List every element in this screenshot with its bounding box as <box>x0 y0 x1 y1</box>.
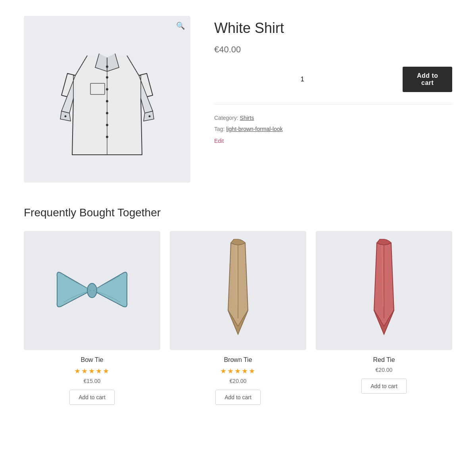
zoom-icon[interactable]: 🔍 <box>176 21 185 30</box>
add-to-cart-row: Add to cart <box>214 67 452 92</box>
bow-tie-name: Bow Tie <box>81 356 104 364</box>
product-image <box>56 32 159 167</box>
fbt-card-bow-tie: Bow Tie ★★★★★ €15.00 Add to cart <box>24 231 160 405</box>
brown-tie-add-to-cart-button[interactable]: Add to cart <box>215 390 261 405</box>
product-meta: Category: Shirts Tag: light-brown-formal… <box>214 112 452 135</box>
bow-tie-add-to-cart-button[interactable]: Add to cart <box>69 390 115 405</box>
svg-point-7 <box>106 65 108 68</box>
brown-tie-name: Brown Tie <box>224 356 252 364</box>
product-section: 🔍 <box>24 16 452 183</box>
red-tie-image-container <box>316 231 452 350</box>
red-tie-image <box>360 239 408 342</box>
brown-tie-image-container <box>170 231 306 350</box>
bow-tie-image <box>52 265 132 316</box>
bow-tie-price: €15.00 <box>84 378 101 384</box>
svg-point-4 <box>106 112 108 114</box>
red-tie-add-to-cart-button[interactable]: Add to cart <box>361 379 407 394</box>
red-tie-name: Red Tie <box>373 356 395 364</box>
svg-point-10 <box>149 115 151 117</box>
tag-link[interactable]: light-brown-formal-look <box>226 126 282 132</box>
svg-point-1 <box>106 76 108 79</box>
svg-point-13 <box>87 283 97 298</box>
red-tie-price: €20.00 <box>376 367 393 373</box>
bow-tie-image-container <box>24 231 160 350</box>
fbt-card-red-tie: Red Tie €20.00 Add to cart <box>316 231 452 405</box>
svg-point-6 <box>106 136 108 138</box>
fbt-section: Frequently Bought Together <box>24 206 452 405</box>
svg-point-2 <box>106 88 108 90</box>
quantity-input[interactable] <box>214 73 396 86</box>
bow-tie-stars: ★★★★★ <box>74 367 110 375</box>
brown-tie-image <box>214 239 262 342</box>
add-to-cart-button[interactable]: Add to cart <box>403 67 452 92</box>
category-label: Category: <box>214 115 238 121</box>
product-price: €40.00 <box>214 44 452 55</box>
product-details: White Shirt €40.00 Add to cart Category:… <box>214 16 452 183</box>
category-link[interactable]: Shirts <box>240 115 254 121</box>
svg-point-5 <box>106 124 108 126</box>
meta-divider <box>214 104 452 104</box>
tag-label: Tag: <box>214 126 225 132</box>
product-title: White Shirt <box>214 20 452 37</box>
fbt-title: Frequently Bought Together <box>24 206 452 219</box>
fbt-card-brown-tie: Brown Tie ★★★★★ €20.00 Add to cart <box>170 231 306 405</box>
fbt-grid: Bow Tie ★★★★★ €15.00 Add to cart <box>24 231 452 405</box>
svg-point-3 <box>106 100 108 102</box>
edit-link[interactable]: Edit <box>214 138 452 144</box>
brown-tie-price: €20.00 <box>230 378 247 384</box>
brown-tie-stars: ★★★★★ <box>220 367 256 375</box>
svg-point-9 <box>65 115 67 117</box>
product-image-container: 🔍 <box>24 16 190 183</box>
